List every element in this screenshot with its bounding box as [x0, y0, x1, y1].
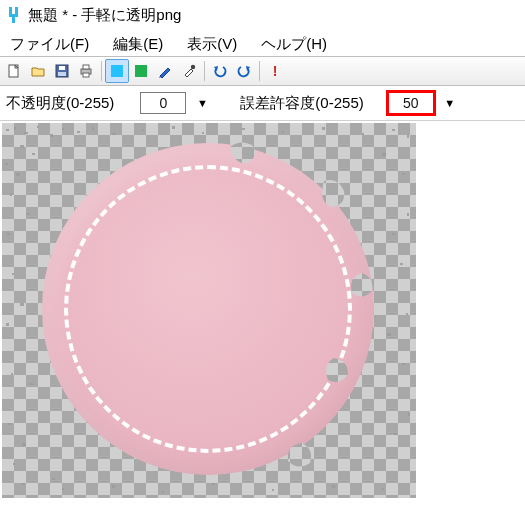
svg-rect-9 [83, 65, 89, 69]
svg-rect-3 [12, 17, 15, 23]
svg-rect-6 [59, 66, 65, 70]
redo-button[interactable] [232, 59, 256, 83]
menu-help[interactable]: ヘルプ(H) [255, 33, 335, 56]
fill-tool-button[interactable] [105, 59, 129, 83]
open-file-button[interactable] [26, 59, 50, 83]
eyedropper-tool-button[interactable] [177, 59, 201, 83]
params-bar: 不透明度(0-255) ▼ 誤差許容度(0-255) ▼ [0, 86, 525, 121]
tolerance-input[interactable] [388, 92, 434, 114]
svg-text:!: ! [273, 63, 278, 79]
svg-rect-1 [15, 7, 18, 14]
window-title: 無題 * - 手軽に透明png [28, 6, 181, 25]
menu-view[interactable]: 表示(V) [181, 33, 245, 56]
image-torn-edges [2, 123, 416, 498]
svg-rect-10 [83, 73, 89, 77]
svg-point-13 [191, 65, 195, 69]
undo-button[interactable] [208, 59, 232, 83]
opacity-input[interactable] [140, 92, 186, 114]
menubar: ファイル(F) 編集(E) 表示(V) ヘルプ(H) [0, 32, 525, 56]
titlebar: 無題 * - 手軽に透明png [0, 0, 525, 30]
svg-rect-0 [9, 7, 12, 14]
menu-file[interactable]: ファイル(F) [4, 33, 97, 56]
canvas-area[interactable] [0, 121, 525, 514]
svg-rect-2 [9, 14, 18, 17]
svg-rect-11 [111, 65, 123, 77]
save-file-button[interactable] [50, 59, 74, 83]
toolbar-separator [204, 61, 205, 81]
app-icon [6, 6, 22, 24]
toolbar-separator [259, 61, 260, 81]
svg-rect-7 [58, 72, 66, 76]
print-button[interactable] [74, 59, 98, 83]
opacity-dropdown[interactable]: ▼ [192, 92, 212, 114]
tolerance-dropdown[interactable]: ▼ [440, 92, 460, 114]
new-file-button[interactable] [2, 59, 26, 83]
chevron-down-icon: ▼ [197, 97, 208, 109]
opacity-label: 不透明度(0-255) [6, 94, 114, 113]
toolbar-separator [101, 61, 102, 81]
pen-tool-button[interactable] [153, 59, 177, 83]
chevron-down-icon: ▼ [444, 97, 455, 109]
help-button[interactable]: ! [263, 59, 287, 83]
svg-rect-12 [135, 65, 147, 77]
menu-edit[interactable]: 編集(E) [107, 33, 171, 56]
toolbar: ! [0, 56, 525, 86]
eraser-tool-button[interactable] [129, 59, 153, 83]
tolerance-label: 誤差許容度(0-255) [240, 94, 363, 113]
